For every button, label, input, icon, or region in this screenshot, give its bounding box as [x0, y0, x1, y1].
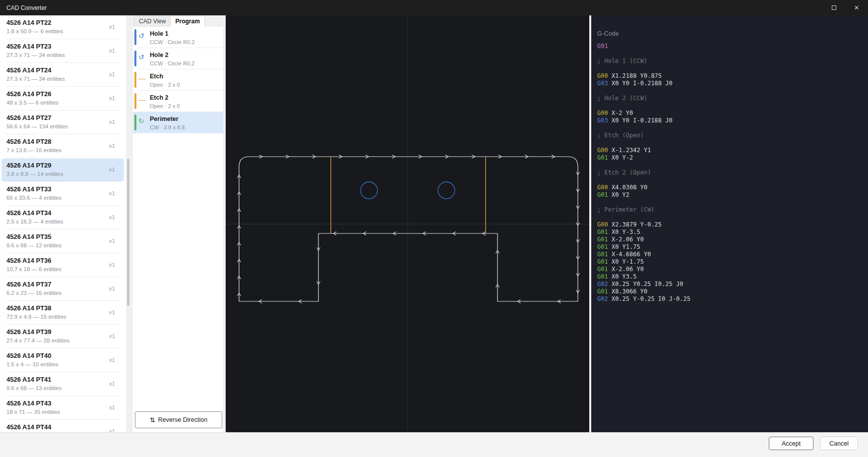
part-detail: 65 x 20.6 — 4 entities — [6, 195, 126, 201]
part-list-item[interactable]: 4526 A14 PT38 72.9 x 4.9 — 15 entities x… — [0, 301, 126, 325]
gcode-line: ; Hole 1 (CCW) — [597, 57, 864, 65]
gcode-panel: G-Code G91 ; Hole 1 (CCW) G00 X1.2188 Y0… — [591, 15, 868, 432]
hole-circle — [438, 182, 455, 199]
part-list-item[interactable]: 4526 A14 PT41 9.6 x 68 — 13 entities x1 — [0, 372, 126, 396]
gcode-line: G02 X0.25 Y0.25 I0.25 J0 — [597, 281, 864, 288]
reverse-direction-label: Reverse Direction — [158, 416, 207, 423]
gcode-line — [597, 139, 864, 147]
operation-title: Etch — [150, 73, 223, 80]
operation-list: ↺ Hole 1 CCW · Circle R0.2 ↺ Hole 2 CCW … — [133, 27, 223, 432]
close-icon: × — [854, 4, 859, 12]
gcode-line: ; Perimeter (CW) — [597, 206, 864, 214]
part-name: 4526 A14 PT33 — [6, 185, 126, 193]
operation-detail: Open · 2 x 0 — [150, 82, 223, 88]
part-quantity: x1 — [109, 262, 115, 268]
gcode-line — [597, 87, 864, 95]
part-name: 4526 A14 PT29 — [6, 162, 126, 170]
part-detail: 27.3 x 71 — 34 entities — [6, 52, 126, 58]
gcode-line: G03 X0 Y0 I-0.2188 J0 — [597, 117, 864, 124]
part-detail: 18 x 71 — 35 entities — [6, 409, 126, 415]
part-quantity: x1 — [109, 190, 115, 196]
part-list-item[interactable]: 4526 A14 PT40 1.5 x 4 — 10 entities x1 — [0, 348, 126, 372]
part-quantity: x1 — [109, 71, 115, 77]
gcode-line: G01 X0 Y-1.75 — [597, 258, 864, 266]
gcode-line: G00 X2.3879 Y-0.25 — [597, 221, 864, 228]
gcode-line: G01 X0 Y-2 — [597, 154, 864, 162]
ccw-rotation-icon: ↺ — [138, 54, 144, 60]
gcode-line: ; Hole 2 (CCW) — [597, 95, 864, 102]
part-list-scrollbar[interactable] — [127, 159, 129, 306]
part-list-item[interactable]: 4526 A14 PT33 65 x 20.6 — 4 entities x1 — [0, 182, 126, 206]
operation-item[interactable]: — Etch 2 Open · 2 x 0 — [133, 91, 223, 112]
gcode-line — [597, 176, 864, 184]
close-button[interactable]: × — [845, 0, 868, 15]
part-list-item[interactable]: 4526 A14 PT35 9.6 x 68 — 12 entities x1 — [0, 229, 126, 253]
reverse-direction-button[interactable]: ⇅ Reverse Direction — [135, 411, 222, 428]
tab-cad-view[interactable]: CAD View — [134, 16, 171, 27]
part-name: 4526 A14 PT26 — [6, 90, 126, 98]
perimeter-outline — [239, 157, 578, 301]
part-list-item[interactable]: 4526 A14 PT34 2.5 x 16.3 — 4 entities x1 — [0, 206, 126, 229]
gcode-line: G01 X0 Y1.75 — [597, 243, 864, 251]
cad-canvas[interactable] — [226, 15, 589, 432]
operation-title: Perimeter — [150, 115, 223, 123]
gcode-line: G01 X0 Y2 — [597, 191, 864, 199]
hole-circle — [361, 182, 377, 199]
part-name: 4526 A14 PT41 — [6, 376, 126, 384]
gcode-line — [597, 65, 864, 72]
part-detail: 1.5 x 4 — 10 entities — [6, 361, 126, 367]
accept-button[interactable]: Accept — [769, 437, 813, 450]
part-detail: 9.6 x 68 — 12 entities — [6, 242, 126, 248]
part-quantity: x1 — [109, 167, 115, 172]
gcode-line — [597, 102, 864, 110]
part-list-item[interactable]: 4526 A14 PT36 10.7 x 18 — 6 entities x1 — [0, 253, 126, 277]
operation-accent — [134, 51, 136, 66]
part-name: 4526 A14 PT35 — [6, 233, 126, 241]
operation-item[interactable]: ↺ Hole 1 CCW · Circle R0.2 — [133, 27, 223, 48]
gcode-line — [597, 162, 864, 169]
part-quantity: x1 — [109, 333, 115, 339]
part-name: 4526 A14 PT28 — [6, 138, 126, 146]
operation-accent — [134, 93, 136, 109]
operation-item[interactable]: ↺ Hole 2 CCW · Circle R0.2 — [133, 48, 223, 69]
gcode-line: G01 X-2.06 Y0 — [597, 266, 864, 273]
part-name: 4526 A14 PT36 — [6, 257, 126, 265]
part-detail: 2.5 x 16.3 — 4 entities — [6, 219, 126, 225]
gcode-line — [597, 199, 864, 206]
part-quantity: x1 — [109, 357, 115, 363]
part-detail: 56.6 x 64 — 134 entities — [6, 123, 126, 129]
part-list-item[interactable]: 4526 A14 PT27 56.6 x 64 — 134 entities x… — [0, 111, 126, 134]
part-list-item[interactable]: 4526 A14 PT29 3.8 x 8.8 — 14 entities x1 — [0, 158, 126, 182]
part-list-item[interactable]: 4526 A14 PT24 27.3 x 71 — 34 entities x1 — [0, 63, 126, 87]
part-list-item[interactable]: 4526 A14 PT23 27.3 x 71 — 34 entities x1 — [0, 39, 126, 63]
operation-item[interactable]: — Etch Open · 2 x 0 — [133, 69, 223, 91]
part-list-item[interactable]: 4526 A14 PT37 6.2 x 23 — 16 entities x1 — [0, 277, 126, 301]
part-quantity: x1 — [109, 95, 115, 101]
maximize-button[interactable] — [822, 0, 845, 15]
part-name: 4526 A14 PT37 — [6, 281, 126, 288]
part-name: 4526 A14 PT22 — [6, 19, 126, 27]
part-list-item[interactable]: 4526 A14 PT26 48 x 3.5 — 6 entities x1 — [0, 87, 126, 111]
window-controls: × — [822, 0, 868, 15]
tab-program[interactable]: Program — [170, 16, 204, 27]
gcode-line: G00 X1.2188 Y0.875 — [597, 72, 864, 80]
part-name: 4526 A14 PT23 — [6, 43, 126, 51]
part-quantity: x1 — [109, 143, 115, 149]
cancel-button[interactable]: Cancel — [820, 437, 858, 450]
part-list-item[interactable]: 4526 A14 PT43 18 x 71 — 35 entities x1 — [0, 396, 126, 420]
cad-converter-window: CAD Converter × 4526 A14 PT22 1.8 x 50.9… — [0, 0, 868, 457]
operation-detail: Open · 2 x 0 — [150, 103, 223, 109]
part-list-item[interactable]: 4526 A14 PT39 27.4 x 77.4 — 28 entities … — [0, 325, 126, 348]
operation-accent — [134, 29, 136, 45]
part-list-item[interactable]: 4526 A14 PT22 1.8 x 50.9 — 6 entities x1 — [0, 15, 126, 39]
part-list-item[interactable]: 4526 A14 PT44 x1 — [0, 420, 126, 432]
operation-item[interactable]: ↻ Perimeter CW · 3.8 x 8.8 — [133, 112, 223, 133]
gcode-line: G01 X0 Y3.5 — [597, 273, 864, 281]
etch-line-icon: — — [138, 75, 145, 82]
part-quantity: x1 — [109, 24, 115, 30]
part-quantity: x1 — [109, 381, 115, 387]
part-name: 4526 A14 PT43 — [6, 400, 126, 407]
part-list-item[interactable]: 4526 A14 PT28 7 x 13.6 — 16 entities x1 — [0, 134, 126, 158]
part-detail: 3.8 x 8.8 — 14 entities — [6, 171, 126, 177]
part-quantity: x1 — [109, 48, 115, 54]
